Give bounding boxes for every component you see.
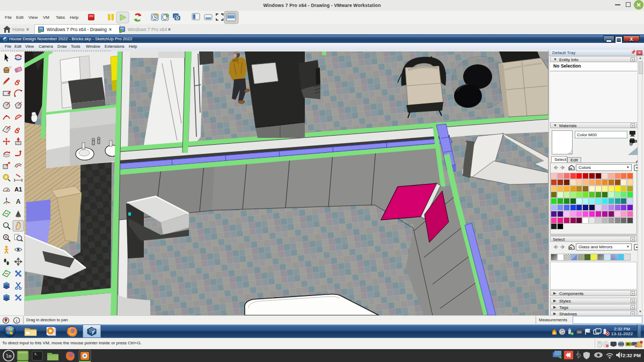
svg-text:i: i	[16, 318, 18, 323]
svg-text:A: A	[16, 198, 21, 205]
svg-text:vm: vm	[577, 330, 582, 334]
svg-text:A1: A1	[14, 186, 22, 193]
svg-text:$_: $_	[34, 352, 39, 356]
svg-text:lm: lm	[6, 354, 12, 359]
